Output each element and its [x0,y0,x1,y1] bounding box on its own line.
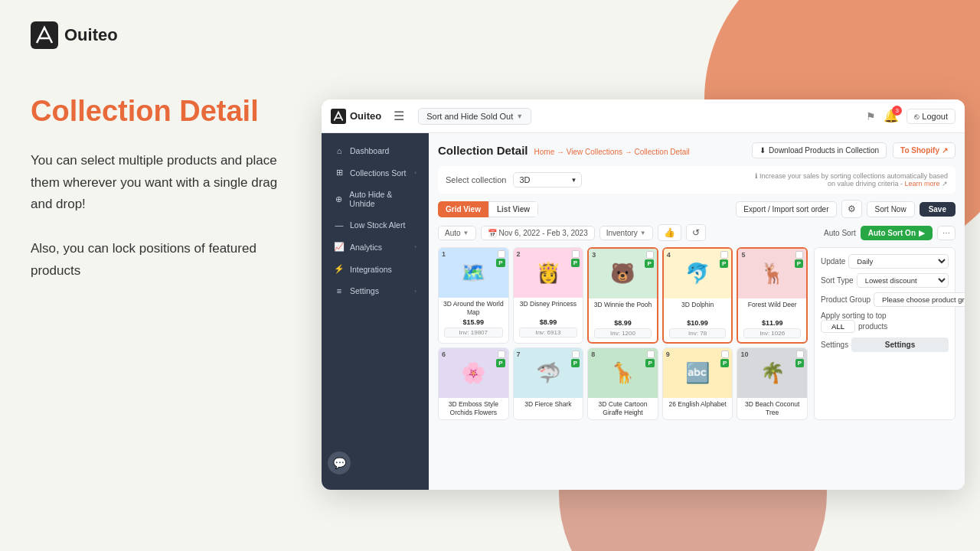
collection-label: Select collection [446,175,507,184]
product-info: 26 English Alphabet [663,398,733,419]
learn-more-link[interactable]: Learn more [904,180,939,187]
product-checkbox[interactable] [720,251,728,259]
product-checkbox[interactable] [498,350,505,358]
product-name: 3D Disney Princess [517,300,580,317]
main-description: You can select multiple products and pla… [31,150,291,282]
product-badge: P [496,359,505,367]
save-button[interactable]: Save [920,202,956,217]
product-num: 10 [740,350,748,358]
sidebar: ⌂ Dashboard ⊞ Collections Sort › ⊕ Auto … [322,133,429,490]
logo-icon [31,21,58,49]
sidebar-item-analytics[interactable]: 📈 Analytics › [325,236,426,257]
product-card-9[interactable]: 9 P 🔤 26 English Alphabet [662,347,733,420]
sort-type-select[interactable]: Lowest discount [857,273,949,288]
filter-button[interactable]: ⚙ [841,200,862,218]
sidebar-item-lowstock[interactable]: — Low Stock Alert [325,215,426,235]
calendar-icon: 📅 [488,229,497,237]
auto-sort-expand-button[interactable]: ⋯ [937,226,956,240]
product-card-8[interactable]: 8 P 🦒 3D Cute Cartoon Giraffe Height [587,347,658,420]
auto-filter[interactable]: Auto ▼ [438,226,476,240]
sidebar-item-collections[interactable]: ⊞ Collections Sort › [325,162,426,183]
product-card-3[interactable]: 3 P 🐻 3D Winnie the Pooh $8.99 Inv: 1200 [587,247,658,344]
sidebar-item-label: Dashboard [350,146,389,155]
sidebar-item-autohide[interactable]: ⊕ Auto Hide & Unhide [325,184,426,214]
page-header-actions: ⬇ Download Products in Collection To Sho… [752,142,956,158]
lowstock-icon: — [334,220,345,230]
flag-icon[interactable]: ⚑ [866,110,876,122]
chat-button[interactable]: 💬 [328,452,351,474]
product-name: 3D Dolphin [667,301,729,318]
product-card-4[interactable]: 4 P 🐬 3D Dolphin $10.99 Inv: 78 [662,247,733,344]
product-name: Forest Wild Deer [741,301,803,318]
product-name: 3D Cute Cartoon Giraffe Height [591,400,655,417]
product-group-select[interactable]: Please choose product gr [874,292,965,307]
sidebar-item-label: Settings [350,286,379,295]
bell-icon-wrap[interactable]: 🔔 3 [884,109,899,123]
list-view-button[interactable]: List View [488,201,538,217]
sidebar-bottom: 💬 [322,444,429,482]
product-checkbox[interactable] [572,350,580,358]
date-label: Nov 6, 2022 - Feb 3, 2023 [499,229,588,237]
product-price: $8.99 [592,319,654,327]
settings-button[interactable]: Settings [851,337,949,352]
product-checkbox[interactable] [498,250,505,258]
product-card-7[interactable]: 7 P 🦈 3D Fierce Shark [513,347,584,420]
sidebar-item-dashboard[interactable]: ⌂ Dashboard [325,141,426,161]
sidebar-item-label: Integrations [350,265,392,274]
app-logo-text: Ouiteo [350,110,381,122]
product-checkbox[interactable] [572,250,580,258]
caret-icon: ▼ [463,230,469,236]
product-checkbox[interactable] [646,251,654,259]
auto-sort-on-label: Auto Sort On [868,229,916,237]
logout-button[interactable]: ⎋ Logout [906,109,956,124]
breadcrumb-collections[interactable]: View Collections [567,148,622,156]
product-info: Forest Wild Deer $11.99 Inv: 1026 [738,298,806,342]
thumbs-up-button[interactable]: 👍 [658,224,681,241]
product-checkbox[interactable] [796,350,804,358]
product-card-2[interactable]: 2 P 👸 3D Disney Princess $8.99 Inv: 6913 [513,247,584,344]
hamburger-icon[interactable]: ☰ [394,109,404,123]
top-bar-actions: ⚑ 🔔 3 ⎋ Logout [866,109,956,124]
product-card-10[interactable]: 10 P 🌴 3D Beach Coconut Tree [737,347,808,420]
sidebar-item-label: Analytics [350,243,382,252]
product-checkbox[interactable] [721,350,729,358]
auto-sort-label: Auto Sort [824,229,856,237]
top-bar: Ouiteo ☰ Sort and Hide Sold Out ▼ ⚑ 🔔 3 … [322,99,965,133]
update-select[interactable]: Daily [848,254,949,269]
auto-sort-on-button[interactable]: Auto Sort On ▶ [861,226,933,240]
logo-area: Ouiteo [31,21,291,49]
product-inventory: Inv: 1026 [743,328,801,338]
filter-row: Auto ▼ 📅 Nov 6, 2022 - Feb 3, 2023 Inven… [438,224,956,241]
sort-select[interactable]: Sort and Hide Sold Out ▼ [418,108,531,125]
breadcrumb-home[interactable]: Home [534,148,555,156]
sort-type-row: Sort Type Lowest discount [821,273,949,288]
product-card-5[interactable]: 5 P 🦌 Forest Wild Deer $11.99 Inv: 1026 [737,247,808,344]
grid-view-button[interactable]: Grid View [438,201,488,217]
external-link-icon: ↗ [942,146,948,155]
product-card-1[interactable]: 1 P 🗺️ 3D Around the World Map $15.99 In… [438,247,509,344]
sort-select-label: Sort and Hide Sold Out [426,112,513,121]
collection-dropdown[interactable]: 3D ▼ [513,172,582,187]
product-info: 3D Winnie the Pooh $8.99 Inv: 1200 [589,298,657,342]
settings-row: Settings Settings [821,337,949,352]
product-card-6[interactable]: 6 P 🌸 3D Emboss Style Orchids Flowers [438,347,509,420]
apply-sorting-label: Apply sorting to top [821,311,949,320]
product-num: 3 [592,251,596,259]
count-input[interactable] [821,320,855,333]
refresh-button[interactable]: ↺ [686,224,706,241]
shopify-button[interactable]: To Shopify ↗ [893,142,956,158]
dashboard-icon: ⌂ [334,146,345,155]
sort-now-button[interactable]: Sort Now [867,201,915,217]
product-checkbox[interactable] [795,251,803,259]
sidebar-item-settings[interactable]: ≡ Settings › [325,281,426,301]
sort-type-label: Sort Type [821,276,854,285]
product-name: 3D Fierce Shark [517,400,580,417]
date-range[interactable]: 📅 Nov 6, 2022 - Feb 3, 2023 [481,226,595,240]
sidebar-item-label: Collections Sort [350,168,407,178]
product-checkbox[interactable] [647,350,655,358]
download-button[interactable]: ⬇ Download Products in Collection [752,142,887,158]
export-button[interactable]: Export / Import sort order [736,201,836,217]
sort-by-filter[interactable]: Inventory ▼ [599,226,653,240]
auto-label: Auto [445,229,461,237]
sidebar-item-integrations[interactable]: ⚡ Integrations [325,259,426,279]
